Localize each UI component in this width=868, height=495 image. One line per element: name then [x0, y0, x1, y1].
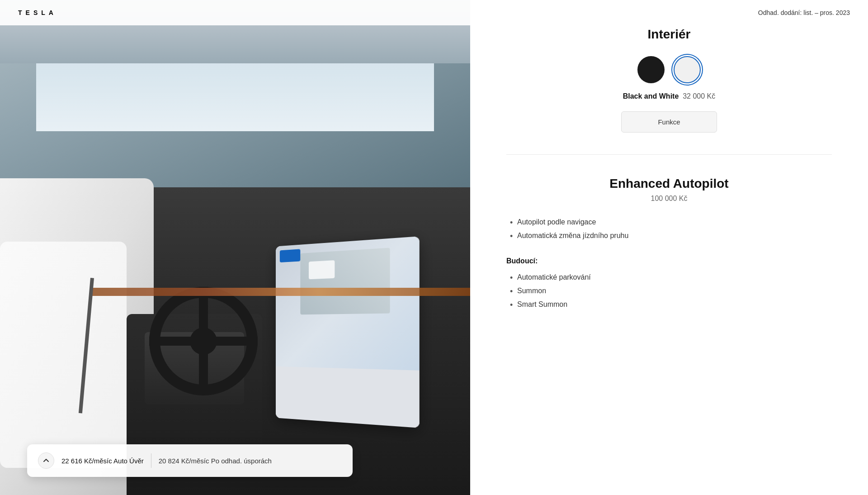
wood-trim — [90, 288, 470, 296]
screen-content — [276, 236, 420, 428]
screen-blue-btn — [280, 249, 300, 262]
tesla-logo: TESLA — [18, 9, 57, 16]
color-swatch-black[interactable] — [637, 56, 665, 83]
right-panel: Interiér Black and White 32 000 Kč Funkc… — [470, 0, 868, 495]
touchscreen — [276, 236, 420, 428]
steering-wheel-area — [136, 278, 271, 405]
bar-divider — [151, 453, 151, 468]
future-feature-item-2: Summon — [506, 284, 832, 298]
interior-title: Interiér — [506, 27, 832, 42]
autopilot-title: Enhanced Autopilot — [506, 176, 832, 191]
feature-list: Autopilot podle navigace Automatická změ… — [506, 215, 832, 243]
chevron-up-button[interactable] — [38, 452, 54, 469]
car-image-area: 22 616 Kč/měsíc Auto Úvěr 20 824 Kč/měsí… — [0, 0, 470, 495]
delivery-estimate: Odhad. dodání: list. – pros. 2023 — [758, 9, 850, 16]
bottom-bar: 22 616 Kč/měsíc Auto Úvěr 20 824 Kč/měsí… — [27, 444, 353, 477]
steering-wheel — [149, 287, 258, 395]
main-layout: 22 616 Kč/měsíc Auto Úvěr 20 824 Kč/měsí… — [0, 0, 868, 495]
steering-hub — [190, 328, 217, 355]
feature-item-1: Autopilot podle navigace — [506, 215, 832, 229]
seat-left-inner — [0, 242, 127, 468]
screen-map — [276, 236, 420, 371]
future-feature-item-1: Automatické parkování — [506, 271, 832, 284]
color-swatches — [506, 56, 832, 83]
chevron-up-icon — [42, 457, 50, 464]
savings-payment-text: 20 824 Kč/měsíc Po odhad. úsporách — [159, 457, 272, 465]
future-feature-item-3: Smart Summon — [506, 298, 832, 311]
screen-bottom — [276, 366, 420, 428]
color-price-value: 32 000 Kč — [683, 92, 715, 100]
future-label: Budoucí: — [506, 257, 832, 265]
monthly-payment-text: 22 616 Kč/měsíc Auto Úvěr — [61, 457, 144, 465]
autopilot-price: 100 000 Kč — [506, 195, 832, 203]
screen-car-icon — [309, 260, 335, 279]
section-divider-1 — [506, 154, 832, 155]
funkce-button[interactable]: Funkce — [621, 111, 717, 133]
color-name: Black and White — [623, 92, 679, 100]
header: TESLA Odhad. dodání: list. – pros. 2023 — [0, 0, 868, 25]
screen-map-road — [300, 248, 390, 315]
feature-item-2: Automatická změna jízdního pruhu — [506, 229, 832, 243]
color-label: Black and White 32 000 Kč — [506, 92, 832, 100]
car-interior-bg — [0, 0, 470, 495]
color-swatch-white[interactable] — [674, 56, 701, 83]
future-feature-list: Automatické parkování Summon Smart Summo… — [506, 271, 832, 311]
